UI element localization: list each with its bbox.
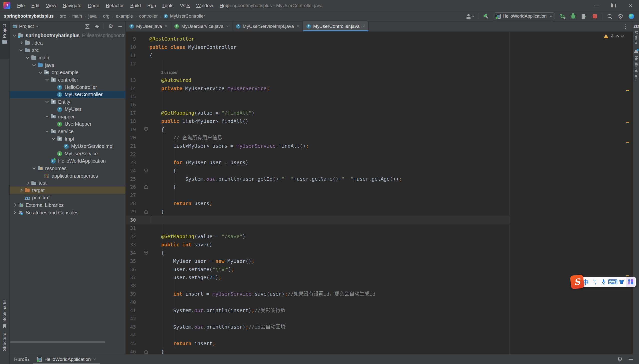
breadcrumb-item[interactable]: controller (138, 14, 158, 19)
code-line[interactable]: 19 { (126, 126, 632, 134)
tree-row-src[interactable]: src (10, 46, 125, 54)
code-line[interactable]: 32 @GetMapping(value = "/save") (126, 232, 632, 240)
tree-row-main[interactable]: main (10, 54, 125, 62)
code-line[interactable]: 28 return users; (126, 200, 632, 208)
sphere-icon[interactable] (628, 13, 634, 20)
expand-all-icon[interactable] (85, 24, 90, 29)
code-line[interactable]: 29 } (126, 208, 632, 216)
fold-end-icon[interactable] (136, 183, 149, 191)
fold-end-icon[interactable] (136, 208, 149, 216)
sidebar-item-bookmarks[interactable]: Bookmarks (0, 300, 10, 328)
tree-row-MyUserController[interactable]: CMyUserController (10, 91, 125, 98)
code-line[interactable]: 12 (126, 60, 632, 68)
code-line[interactable]: 20 // 查询所有用户信息 (126, 134, 632, 142)
settings-gear-icon[interactable]: ⚙ (617, 356, 622, 362)
tree-row-MyUser[interactable]: CMyUser (10, 106, 125, 113)
code-line[interactable]: 26 } (126, 183, 632, 191)
code-line[interactable]: 9@RestController (126, 35, 632, 43)
fold-collapse-icon[interactable] (136, 166, 149, 175)
next-warning-icon[interactable] (620, 34, 624, 38)
punctuation-icon[interactable]: °, (590, 277, 599, 287)
rerun-button[interactable]: ↻ (559, 13, 566, 20)
close-icon[interactable]: × (362, 24, 365, 29)
code-line[interactable]: 24 { (126, 166, 632, 175)
menu-item-tools[interactable]: Tools (159, 0, 177, 11)
fold-collapse-icon[interactable] (136, 249, 149, 257)
code-line[interactable]: 14 private MyUserService myUserService; (126, 84, 632, 92)
code-line[interactable]: 11{ (126, 51, 632, 60)
code-line[interactable]: 45 return insert; (126, 339, 632, 348)
horizontal-scrollbar[interactable] (10, 341, 105, 343)
code-line[interactable]: 33 public int save() (126, 240, 632, 249)
code-line[interactable]: 35 MyUser user = new MyUser(); (126, 257, 632, 265)
code-line[interactable]: 41 System.out.println(insert);//受影响行数 (126, 306, 632, 315)
menu-item-refactor[interactable]: Refactor (103, 0, 127, 11)
hide-panel-icon[interactable] (628, 356, 633, 362)
menu-item-view[interactable]: View (43, 0, 59, 11)
chevron-right-icon[interactable] (12, 202, 18, 208)
chevron-down-icon[interactable] (44, 99, 50, 105)
tree-row-java[interactable]: java (10, 61, 125, 69)
chevron-right-icon[interactable] (18, 188, 24, 194)
tab-MyUser.java[interactable]: CMyUser.java× (126, 22, 171, 32)
chevron-down-icon[interactable] (51, 136, 57, 142)
chevron-down-icon[interactable] (31, 62, 37, 68)
chevron-down-icon[interactable] (18, 47, 24, 53)
code-line[interactable]: 36 user.setName("小文"); (126, 265, 632, 274)
breadcrumb-item[interactable]: springbootmybatisplus (4, 14, 54, 19)
tree-row-Scratches and Consoles[interactable]: Scratches and Consoles (10, 209, 125, 216)
search-everywhere-icon[interactable] (606, 13, 613, 20)
tree-row-HelloController[interactable]: CHelloController (10, 84, 125, 91)
breadcrumb-item[interactable]: java (88, 14, 97, 19)
menu-item-run[interactable]: Run (144, 0, 159, 11)
code-line[interactable]: 39 int insert = myUserService.save(user)… (126, 290, 632, 298)
sidebar-item-notifications[interactable]: Notifications (633, 49, 639, 80)
code-line[interactable]: 15 (126, 92, 632, 101)
close-icon[interactable]: × (93, 357, 96, 362)
build-hammer-icon[interactable] (483, 13, 490, 20)
sidebar-item-structure[interactable]: Structure (0, 332, 10, 351)
menu-item-vcs[interactable]: VCS (177, 0, 193, 11)
breadcrumb-item[interactable]: MyUserController (169, 14, 205, 19)
tab-overflow-icon[interactable]: ⋮ (622, 22, 628, 32)
code-line[interactable]: 43 System.out.println(user);//id会自动回填 (126, 323, 632, 331)
chevron-down-icon[interactable] (44, 114, 50, 120)
code-line[interactable]: 40 (126, 298, 632, 306)
breadcrumb-item[interactable]: main (72, 14, 83, 19)
code-line[interactable]: 17 @GetMapping(value = "/findAll") (126, 109, 632, 117)
user-profile-icon[interactable] (466, 13, 474, 20)
tree-row-Entity[interactable]: Entity (10, 98, 125, 106)
usages-inlay-hint[interactable]: 2 usages (161, 70, 177, 74)
tree-row-mapper[interactable]: mapper (10, 113, 125, 121)
skin-icon[interactable] (617, 277, 626, 287)
soft-keyboard-icon[interactable]: ⌨ (608, 277, 617, 287)
sogou-logo-icon[interactable]: S (570, 274, 584, 289)
close-icon[interactable]: × (297, 24, 299, 29)
tree-row-application.properties[interactable]: application.properties (10, 172, 125, 180)
tool-window-squares-icon[interactable] (26, 357, 30, 360)
chevron-down-icon[interactable] (31, 165, 37, 171)
tree-row-MyUserService[interactable]: IMyUserService (10, 150, 125, 158)
chevron-down-icon[interactable] (44, 129, 50, 135)
restore-icon[interactable] (605, 0, 622, 11)
code-line[interactable]: 22 (126, 150, 632, 158)
tree-row-HelloWorldApplication[interactable]: CHelloWorldApplication (10, 157, 125, 165)
inspections-widget[interactable]: 4 (603, 34, 623, 39)
code-line[interactable]: 10public class MyUserController (126, 43, 632, 51)
sidebar-item-maven[interactable]: m Maven (633, 23, 639, 44)
tree-row-Impl[interactable]: Impl (10, 135, 125, 142)
chevron-down-icon[interactable] (12, 33, 18, 39)
tree-row-.idea[interactable]: .idea (10, 40, 125, 47)
menu-item-file[interactable]: File (14, 0, 28, 11)
code-line[interactable]: 31 (126, 224, 632, 232)
tree-row-org.example[interactable]: org.example (10, 69, 125, 76)
sidebar-item-project[interactable]: Project (0, 22, 10, 59)
warning-stripe-mark[interactable] (626, 142, 629, 142)
chevron-down-icon[interactable] (36, 26, 39, 27)
close-icon[interactable]: × (165, 24, 167, 29)
code-line[interactable]: 46 } (126, 348, 632, 354)
tree-row-target[interactable]: target (10, 187, 125, 194)
code-line[interactable]: 42 (126, 315, 632, 323)
fold-collapse-icon[interactable] (136, 126, 149, 134)
tree-row-External Libraries[interactable]: External Libraries (10, 202, 125, 209)
